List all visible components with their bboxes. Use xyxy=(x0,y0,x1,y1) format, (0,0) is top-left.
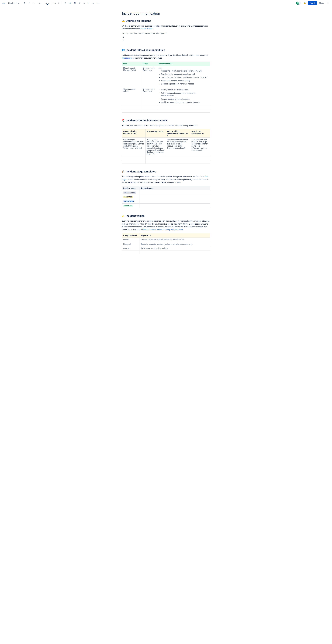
table-row[interactable]: Major Incident Manager (MIM) @ mention t… xyxy=(122,66,210,87)
lock-badge-icon xyxy=(298,4,299,5)
cell-stage[interactable]: INVESTIGATING xyxy=(122,190,140,195)
user-avatar[interactable]: CK xyxy=(296,2,299,5)
list-item[interactable]: e.g., more than 10% of customers must be… xyxy=(125,32,210,35)
table-row[interactable] xyxy=(122,105,210,109)
divider xyxy=(62,2,62,5)
cell[interactable]: Who is authorized/trained on communicati… xyxy=(166,138,190,156)
emoji-button[interactable]: ☺ xyxy=(82,1,86,5)
paragraph[interactable]: List the current incident response roles… xyxy=(122,54,210,60)
numbered-list-button[interactable]: 1≡ xyxy=(57,1,61,5)
paragraph[interactable]: Working to define what your business con… xyxy=(122,24,210,30)
editor-toolbar: Heading 2 ⌄ B I ⋯ ≡ ⌄ A ⌄ ⋮≡ 1≡ ☑ 🔗 🖼 @ … xyxy=(0,0,332,6)
service-outage-link[interactable]: service outage xyxy=(141,28,152,30)
table-row[interactable] xyxy=(122,109,210,112)
table-row[interactable]: Where are you communicating with your cu… xyxy=(122,138,210,156)
values-table[interactable]: Company value Explanation DetectWe know … xyxy=(122,233,210,254)
cell-explanation[interactable]: $#!% happens, clean it up quickly. xyxy=(140,246,210,250)
heading-text: Incident roles & responsibilities xyxy=(126,48,165,52)
heading-channels[interactable]: 📮 Incident communication channels xyxy=(122,119,210,122)
layout-button[interactable]: ▥ xyxy=(91,1,96,5)
table-row[interactable]: Improve$#!% happens, clean it up quickly… xyxy=(122,246,210,250)
emoji-icon: ☺ xyxy=(83,2,85,4)
cell-resp[interactable]: Quickly identify the incident status Pul… xyxy=(157,87,210,105)
cell-value[interactable]: Respond xyxy=(122,242,140,246)
cell-stage[interactable]: IDENTIFIED xyxy=(122,195,140,199)
defining-list[interactable]: e.g., more than 10% of customers must be… xyxy=(125,32,210,42)
status-badge: MONITORING xyxy=(123,200,135,202)
table-button[interactable]: ⊞ xyxy=(87,1,91,5)
table-row[interactable] xyxy=(122,160,210,164)
list-item: Escalate to the appropriate people on-ca… xyxy=(161,73,209,76)
heading-roles[interactable]: 👥 Incident roles & responsibilities xyxy=(122,48,210,52)
image-button[interactable]: 🖼 xyxy=(73,1,77,5)
templates-table[interactable]: Incident stage Template copy INVESTIGATI… xyxy=(122,186,210,208)
text: to better understand how to write templa… xyxy=(122,178,208,184)
th-stage: Incident stage xyxy=(122,186,140,190)
list-item: Decide if a public post-mortem is needed xyxy=(161,82,209,85)
text-color-button[interactable]: A ⌄ xyxy=(45,1,50,5)
table-row[interactable]: Communication Officer @ mention the Owne… xyxy=(122,87,210,105)
more-formatting-button[interactable]: ⋯ xyxy=(32,1,36,5)
cell-value[interactable]: Detect xyxy=(122,238,140,242)
page-title[interactable]: Incident communication xyxy=(122,12,210,16)
resource-link[interactable]: this resource xyxy=(122,57,132,59)
table-row[interactable]: RespondEscalate, escalate, escalate (and… xyxy=(122,242,210,246)
close-button[interactable]: Close xyxy=(318,1,325,5)
cell-value[interactable]: Improve xyxy=(122,246,140,250)
italic-button[interactable]: I xyxy=(27,1,31,5)
cell-explanation[interactable]: Escalate, escalate, escalate (and commun… xyxy=(140,242,210,246)
cell[interactable]: Where are you communicating with your cu… xyxy=(122,138,146,156)
channels-table[interactable]: Communication channel or tool When do we… xyxy=(122,129,210,164)
table-row[interactable]: IDENTIFIED xyxy=(122,195,210,199)
alignment-button[interactable]: ≡ ⌄ xyxy=(38,1,43,5)
text-style-dropdown[interactable]: Heading 2 ⌄ xyxy=(7,2,20,5)
text: . xyxy=(152,28,153,30)
cell-role[interactable]: Communication Officer xyxy=(122,87,141,105)
paragraph[interactable]: Even the most comprehensive incident res… xyxy=(122,220,210,231)
cell-role[interactable]: Major Incident Manager (MIM) xyxy=(122,66,141,87)
cell[interactable] xyxy=(140,190,210,195)
paragraph[interactable]: The following are templates that can be … xyxy=(122,175,210,184)
link-button[interactable]: 🔗 xyxy=(68,1,72,5)
heading-values[interactable]: ✨ Incident values xyxy=(122,214,210,218)
bold-button[interactable]: B xyxy=(23,1,27,5)
list-item[interactable] xyxy=(125,36,210,38)
workshop-link[interactable]: Run our incident values workshop with yo… xyxy=(143,228,183,231)
cell[interactable]: What type of incidents do we use this fo… xyxy=(145,138,166,156)
list-item[interactable] xyxy=(125,39,210,42)
chevron-down-icon: ⌄ xyxy=(40,2,42,4)
table-row[interactable]: RESOLVED xyxy=(122,204,210,208)
cell[interactable]: Instructions on how to use it, how to ge… xyxy=(190,138,210,156)
cell-owner[interactable]: @ mention the Owner here xyxy=(141,66,157,87)
cell-explanation[interactable]: We know there is a problem before our cu… xyxy=(140,238,210,242)
th-responsibilities: Responsibilities xyxy=(157,62,210,66)
publish-button[interactable]: Publish xyxy=(308,1,317,5)
confluence-logo-icon[interactable] xyxy=(2,2,5,5)
cell[interactable] xyxy=(140,199,210,204)
restrictions-button[interactable]: 🔓 xyxy=(303,1,307,5)
heading-defining[interactable]: ✍️ Defining an incident xyxy=(122,20,210,22)
table-row[interactable]: DetectWe know there is a problem before … xyxy=(122,238,210,242)
table-row[interactable]: INVESTIGATING xyxy=(122,190,210,195)
table-row[interactable] xyxy=(122,250,210,254)
cell-stage[interactable]: RESOLVED xyxy=(122,204,140,208)
plus-icon: + xyxy=(97,2,98,4)
divider xyxy=(21,2,22,5)
table-row[interactable] xyxy=(122,156,210,160)
th-role: Role xyxy=(122,62,141,66)
roles-table[interactable]: Role Owner Responsibilities Major Incide… xyxy=(122,62,210,112)
cell[interactable] xyxy=(140,204,210,208)
table-row[interactable]: MONITORING xyxy=(122,199,210,204)
paragraph[interactable]: Establish how and where you'll communica… xyxy=(122,124,210,127)
bullet-list-button[interactable]: ⋮≡ xyxy=(52,1,56,5)
cell-owner[interactable]: @ mention the Owner here xyxy=(141,87,157,105)
action-item-button[interactable]: ☑ xyxy=(63,1,68,5)
cell-stage[interactable]: MONITORING xyxy=(122,199,140,204)
insert-more-button[interactable]: + ⌄ xyxy=(96,1,100,5)
cell-resp[interactable]: e.g., Assess the severity (service and c… xyxy=(157,66,210,87)
more-actions-button[interactable]: ⋯ xyxy=(326,1,330,5)
cell[interactable] xyxy=(140,195,210,199)
heading-templates[interactable]: 📋 Incident stage templates xyxy=(122,170,210,173)
mention-button[interactable]: @ xyxy=(77,1,82,5)
mailbox-emoji: 📮 xyxy=(122,119,125,122)
